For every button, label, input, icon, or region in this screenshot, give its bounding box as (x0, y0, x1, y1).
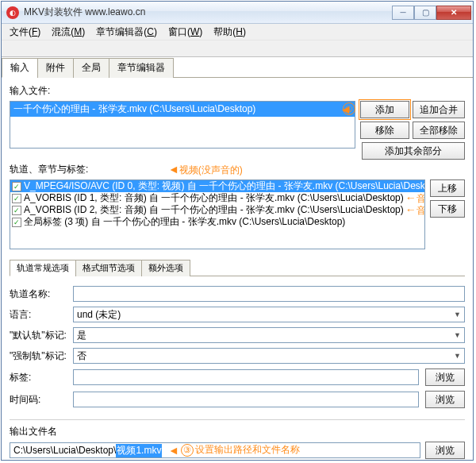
tags-input[interactable] (73, 369, 419, 385)
subtab-general[interactable]: 轨道常规选项 (10, 260, 76, 276)
app-icon: ◐ (6, 6, 19, 19)
track-name-input[interactable] (73, 286, 465, 302)
timecode-label: 时间码: (10, 393, 67, 407)
default-flag-label: "默认轨"标记: (10, 329, 67, 342)
chevron-down-icon: ▼ (454, 331, 461, 339)
track-list[interactable]: ② ✓V_MPEG4/ISO/AVC (ID 0, 类型: 视频) 自 一千个伤… (10, 179, 425, 249)
chevron-down-icon: ▼ (454, 311, 461, 318)
append-button[interactable]: 追加合并 (413, 101, 465, 118)
add-button[interactable]: 添加 (360, 101, 409, 118)
track-row[interactable]: ✓A_VORBIS (ID 2, 类型: 音频) 自 一千个伤心的理由 - 张学… (10, 204, 424, 216)
close-button[interactable]: ✕ (436, 6, 471, 20)
language-select[interactable]: und (未定)▼ (73, 307, 465, 322)
remove-button[interactable]: 移除 (360, 122, 409, 139)
tab-global[interactable]: 全局 (73, 58, 109, 78)
annotation-video-note: ◄视频(没声音的) (168, 163, 243, 177)
menu-help[interactable]: 帮助(H) (209, 24, 251, 41)
timecode-browse-button[interactable]: 浏览 (425, 391, 465, 408)
file-item-text: 一千个伤心的理由 - 张学友.mkv (C:\Users\Lucia\Deskt… (13, 102, 255, 116)
chevron-down-icon: ▼ (454, 352, 461, 360)
arrow-icon: ◄ (340, 102, 351, 116)
checkbox-icon[interactable]: ✓ (12, 206, 21, 215)
track-row[interactable]: ✓V_MPEG4/ISO/AVC (ID 0, 类型: 视频) 自 一千个伤心的… (10, 180, 424, 192)
tags-label: 标签: (10, 371, 67, 384)
track-text: A_VORBIS (ID 1, 类型: 音频) 自 一千个伤心的理由 - 张学友… (24, 192, 404, 204)
input-file-list[interactable]: 一千个伤心的理由 - 张学友.mkv (C:\Users\Lucia\Deskt… (10, 101, 355, 149)
minimize-button[interactable]: ─ (392, 6, 414, 20)
menu-chapter-editor[interactable]: 章节编辑器(C) (91, 24, 162, 41)
move-down-button[interactable]: 下移 (430, 200, 465, 218)
add-rest-button[interactable]: 添加其余部分 (362, 142, 465, 160)
menubar: 文件(F) 混流(M) 章节编辑器(C) 窗口(W) 帮助(H) (2, 24, 473, 40)
input-file-item[interactable]: 一千个伤心的理由 - 张学友.mkv (C:\Users\Lucia\Deskt… (10, 102, 355, 117)
tab-chapter-editor[interactable]: 章节编辑器 (109, 58, 174, 78)
maximize-button[interactable]: ▢ (414, 6, 436, 20)
tags-browse-button[interactable]: 浏览 (425, 368, 465, 386)
default-flag-select[interactable]: 是▼ (73, 327, 465, 343)
tracks-label: 轨道、章节与标签: (10, 163, 88, 176)
checkbox-icon[interactable]: ✓ (12, 218, 21, 227)
menu-window[interactable]: 窗口(W) (163, 24, 207, 41)
output-path-selection: 视频1.mkv (116, 444, 162, 457)
track-row[interactable]: ✓全局标签 (3 项) 自 一千个伤心的理由 - 张学友.mkv (C:\Use… (10, 216, 424, 228)
output-path-input[interactable]: C:\Users\Lucia\Desktop\视频1.mkv (10, 442, 420, 458)
output-browse-button[interactable]: 浏览 (425, 442, 465, 459)
forced-flag-label: "强制轨"标记: (10, 349, 67, 363)
tab-attachments[interactable]: 附件 (37, 58, 74, 78)
track-text: A_VORBIS (ID 2, 类型: 音频) 自 一千个伤心的理由 - 张学友… (24, 204, 404, 216)
toolbar (2, 40, 473, 57)
language-label: 语言: (10, 308, 67, 322)
titlebar: ◐ MKV封装软件 www.leawo.cn ─ ▢ ✕ (2, 2, 473, 24)
track-text: 全局标签 (3 项) 自 一千个伤心的理由 - 张学友.mkv (C:\User… (24, 216, 345, 228)
subtab-format[interactable]: 格式细节选项 (75, 260, 142, 276)
output-path-prefix: C:\Users\Lucia\Desktop\ (13, 445, 116, 456)
main-tabs: 输入 附件 全局 章节编辑器 (2, 57, 473, 78)
menu-file[interactable]: 文件(F) (5, 24, 45, 41)
checkbox-icon[interactable]: ✓ (12, 194, 21, 203)
checkbox-icon[interactable]: ✓ (12, 182, 21, 191)
output-label: 输出文件名 (10, 425, 465, 438)
track-text: V_MPEG4/ISO/AVC (ID 0, 类型: 视频) 自 一千个伤心的理… (24, 180, 424, 192)
timecode-input[interactable] (73, 392, 419, 407)
track-option-tabs: 轨道常规选项 格式细节选项 额外选项 (10, 259, 465, 276)
input-files-label: 输入文件: (10, 84, 465, 98)
subtab-extra[interactable]: 额外选项 (141, 260, 190, 276)
window-title: MKV封装软件 www.leawo.cn (24, 6, 392, 19)
menu-mux[interactable]: 混流(M) (47, 24, 90, 41)
track-name-label: 轨道名称: (10, 287, 67, 301)
forced-flag-select[interactable]: 否▼ (73, 348, 465, 364)
track-row[interactable]: ✓A_VORBIS (ID 1, 类型: 音频) 自 一千个伤心的理由 - 张学… (10, 192, 424, 204)
move-up-button[interactable]: 上移 (430, 179, 465, 197)
tab-input[interactable]: 输入 (2, 58, 38, 78)
remove-all-button[interactable]: 全部移除 (413, 122, 465, 139)
